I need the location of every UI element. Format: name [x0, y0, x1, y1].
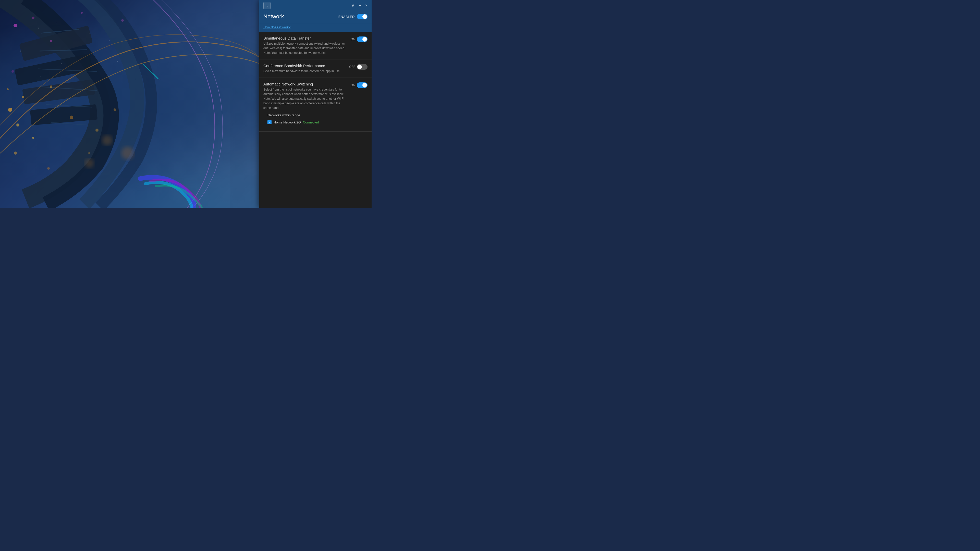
svg-point-18	[95, 129, 99, 132]
conference-bandwidth-text: Conference Bandwidth Performance Gives m…	[263, 64, 346, 73]
svg-point-26	[81, 12, 83, 14]
automatic-network-switching-item: Automatic Network Switching Select from …	[259, 78, 372, 132]
svg-point-13	[22, 96, 24, 98]
simultaneous-data-transfer-text: Simultaneous Data Transfer Utilizes mult…	[263, 36, 348, 55]
svg-point-41	[121, 147, 134, 159]
svg-point-20	[32, 137, 34, 139]
svg-point-35	[20, 51, 21, 52]
network-status: Connected	[303, 121, 319, 124]
svg-point-16	[50, 86, 52, 88]
conference-bandwidth-toggle-label: OFF	[349, 65, 355, 68]
conference-bandwidth-item: Conference Bandwidth Performance Gives m…	[259, 59, 372, 78]
network-checkbox[interactable]: ✓	[267, 120, 272, 124]
svg-rect-2	[22, 79, 95, 104]
network-name: Home Network 2G	[274, 121, 301, 124]
svg-point-15	[16, 124, 19, 127]
conference-bandwidth-toggle[interactable]	[357, 64, 368, 70]
network-enabled-toggle-slider	[357, 14, 368, 19]
conference-bandwidth-title: Conference Bandwidth Performance	[263, 64, 346, 68]
enabled-label: ENABLED	[339, 15, 355, 19]
how-does-it-work-link[interactable]: How does it work?	[263, 25, 290, 29]
network-enabled-toggle[interactable]	[357, 14, 368, 19]
checkmark-icon: ✓	[269, 121, 271, 124]
svg-rect-3	[30, 104, 97, 125]
conference-bandwidth-toggle-wrap: OFF	[349, 64, 368, 70]
networks-section: Networks within range ✓ Home Network 2G …	[263, 110, 368, 127]
automatic-network-switching-toggle-wrap: ON	[351, 83, 368, 88]
enabled-row: ENABLED	[339, 14, 368, 19]
svg-point-28	[50, 40, 52, 42]
automatic-network-switching-text: Automatic Network Switching Select from …	[263, 82, 348, 110]
svg-point-22	[47, 167, 50, 170]
back-button[interactable]: ‹	[263, 2, 270, 9]
svg-point-37	[61, 64, 62, 64]
svg-point-12	[8, 108, 12, 112]
settings-panel: ‹ ∨ − × Network ENABLED How does it work…	[259, 0, 372, 208]
close-button[interactable]: ×	[365, 3, 368, 8]
conference-bandwidth-description: Gives maximum bandwidth to the conferenc…	[263, 69, 346, 73]
networks-title: Networks within range	[267, 113, 363, 117]
automatic-network-switching-toggle[interactable]	[357, 83, 368, 88]
svg-point-38	[79, 51, 80, 51]
svg-point-19	[114, 108, 116, 111]
svg-point-27	[121, 19, 124, 22]
simultaneous-data-transfer-toggle-wrap: ON	[351, 37, 368, 42]
svg-point-24	[14, 24, 17, 27]
svg-point-33	[110, 41, 110, 41]
conference-bandwidth-slider	[357, 64, 368, 70]
svg-point-17	[70, 116, 73, 119]
chevron-down-button[interactable]: ∨	[352, 3, 355, 8]
svg-point-34	[130, 28, 130, 28]
panel-header: ‹ ∨ − ×	[259, 0, 372, 11]
svg-point-25	[32, 17, 35, 19]
svg-point-43	[85, 159, 94, 168]
simultaneous-data-transfer-title: Simultaneous Data Transfer	[263, 36, 348, 40]
simultaneous-data-transfer-row: Simultaneous Data Transfer Utilizes mult…	[263, 36, 368, 55]
header-left: ‹	[263, 2, 270, 9]
svg-point-36	[41, 76, 41, 77]
svg-point-32	[89, 33, 89, 33]
automatic-network-switching-toggle-label: ON	[351, 83, 355, 87]
svg-point-40	[135, 79, 135, 79]
svg-point-23	[88, 152, 90, 154]
svg-point-30	[38, 28, 39, 29]
svg-line-9	[51, 122, 87, 125]
automatic-network-switching-title: Automatic Network Switching	[263, 82, 348, 86]
simultaneous-data-transfer-toggle[interactable]	[357, 37, 368, 42]
svg-point-21	[14, 151, 17, 155]
svg-point-29	[11, 70, 14, 73]
simultaneous-data-transfer-toggle-label: ON	[351, 38, 355, 41]
svg-point-14	[6, 88, 9, 90]
network-item: ✓ Home Network 2G Connected	[267, 119, 363, 125]
simultaneous-data-transfer-item: Simultaneous Data Transfer Utilizes mult…	[259, 32, 372, 59]
automatic-network-switching-description: Select from the list of networks you hav…	[263, 87, 348, 110]
svg-point-31	[56, 23, 57, 24]
panel-title-bar: Network ENABLED	[259, 11, 372, 23]
simultaneous-data-transfer-slider	[357, 37, 368, 42]
panel-title: Network	[263, 13, 284, 20]
automatic-network-switching-row: Automatic Network Switching Select from …	[263, 82, 368, 110]
simultaneous-data-transfer-description: Utilizes multiple network connections (w…	[263, 41, 348, 55]
svg-point-39	[117, 61, 118, 62]
back-icon: ‹	[266, 3, 268, 8]
svg-point-42	[102, 135, 112, 145]
panel-content[interactable]: Simultaneous Data Transfer Utilizes mult…	[259, 32, 372, 208]
automatic-network-switching-slider	[357, 83, 368, 88]
panel-subtitle-bar: How does it work?	[259, 23, 372, 32]
minimize-button[interactable]: −	[359, 3, 361, 8]
header-controls: ∨ − ×	[352, 3, 368, 8]
conference-bandwidth-row: Conference Bandwidth Performance Gives m…	[263, 64, 368, 73]
